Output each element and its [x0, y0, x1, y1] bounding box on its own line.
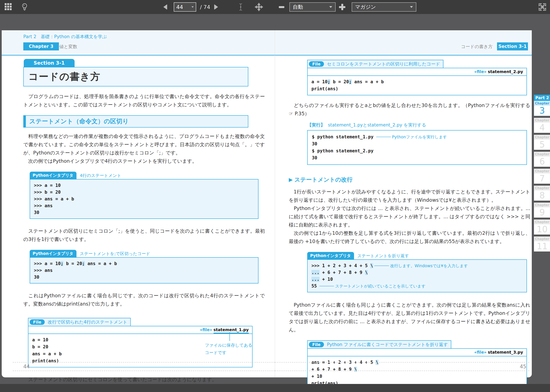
code-line: >>> b = 20 — [34, 189, 254, 196]
chapter-tab-9: Chapter9 — [534, 203, 550, 218]
paragraph: ステートメントの区切りにセミコロン「;」を使うと、同じコードを次のように書くこと… — [23, 227, 265, 244]
callout-connector-line — [230, 332, 230, 341]
pan-tool-icon[interactable] — [254, 0, 264, 14]
chapter-tab-10: Chapter10 — [534, 219, 550, 235]
chevron-down-icon — [410, 6, 413, 8]
zoom-level-select[interactable]: 自動 — [289, 2, 336, 12]
grid-menu-icon[interactable] — [4, 3, 12, 10]
filename: statement_3.py — [488, 350, 523, 355]
page-number-input[interactable]: 44 — [174, 2, 196, 12]
page-number: 45 — [520, 364, 526, 370]
paragraph: これはPythonファイルに書く場合も同じです。次のコードは改行で区切られた4行… — [23, 292, 265, 308]
code-tab-label: Pythonインタプリタ — [30, 172, 77, 180]
chapter-tab-11: Chapter11 — [534, 237, 550, 252]
filename: statement_2.py — [488, 69, 523, 74]
paragraph: 次の例では1から10の整数を足し算する式を3行に折り返して書いています。最初の2… — [289, 229, 530, 245]
file-tag: «file» — [200, 327, 212, 332]
code-line: ... + 10 — [311, 276, 523, 283]
left-page-content: Section 3-1 コードの書き方 プログラムのコードは、処理手順を箇条書き… — [23, 59, 265, 384]
paragraph: 1行が長いステートメントが読みやすくなるように、行を途中で折り返すこともできます… — [289, 188, 530, 204]
code-body: >>> a = 10>>> b = 20>>> ans = a + b>>> a… — [30, 179, 258, 219]
file-code-block-statement1: File 改行で区切られた4行のステートメント «file» statement… — [28, 318, 252, 367]
file-pill-badge: File — [309, 342, 324, 347]
file-caption: セミコロンをステートメントの区切りに利用したコード — [327, 61, 440, 67]
right-page-content: File セミコロンをステートメントの区切りに利用したコード «file» st… — [289, 59, 530, 390]
chapter-tab-6: Chapter6 — [534, 152, 550, 167]
code-line: >>> ans = a + b — [34, 196, 254, 202]
section-tab: Section 3-1 — [24, 59, 75, 67]
zoom-level-value: 自動 — [293, 4, 303, 10]
code-line: ... + 6 + 7 + 8 + 9 \ — [311, 269, 523, 276]
code-line: >>> 1 + 2 + 3 + 4 + 5 \ ────── 改行します。Win… — [311, 262, 523, 269]
filename: statement_1.py — [214, 327, 249, 334]
code-line: 30 — [312, 140, 522, 147]
chapter-tab-7: Chapter7 — [534, 169, 550, 184]
code-line: >>> a = 10 — [34, 182, 254, 189]
view-mode-value: マガジン — [355, 4, 376, 10]
chapter-tab-rail: Part 2 Chapter3Chapter4Chapter5Chapter6C… — [534, 95, 550, 253]
code-body: >>> 1 + 2 + 3 + 4 + 5 \ ────── 改行します。Win… — [307, 259, 527, 292]
lightbulb-icon[interactable] — [21, 0, 28, 14]
text-select-tool-icon[interactable] — [237, 0, 244, 14]
code-line: 55 ────── ステートメントが続いていることを示しています — [311, 283, 523, 289]
file-tag: «file» — [474, 350, 487, 355]
page-title: コードの書き方 — [28, 70, 100, 83]
code-caption: ステートメントを折り返す — [357, 253, 409, 260]
chapter-tab-3: Chapter3 — [534, 101, 550, 116]
file-code-block-statement2: File セミコロンをステートメントの区切りに利用したコード «file» st… — [289, 60, 530, 95]
paragraph: Pythonインタプリタでは次の行には ... と表示され、ステートメントが続い… — [289, 204, 530, 229]
interpreter-code-block-1: Pythonインタプリタ 4行のステートメント >>> a = 10>>> b … — [30, 172, 258, 219]
chapter-tab-5: Chapter5 — [534, 135, 550, 150]
chapter-badge: Chapter 3 — [23, 42, 59, 50]
page-number: 44 — [23, 364, 30, 370]
chapter-tab-8: Chapter8 — [534, 186, 550, 201]
part-breadcrumb: Part 2 基礎：Python の基本構文を学ぶ — [23, 34, 107, 40]
code-line: 30 — [34, 209, 254, 216]
terminal-output-box: $ python statement_1.py ────── Pythonファイ… — [307, 130, 527, 165]
page-seam-divider — [275, 30, 275, 377]
prev-page-button[interactable] — [162, 0, 168, 14]
page-total-label: / 74 — [199, 0, 211, 14]
code-line: >>> ans — [34, 267, 254, 274]
view-mode-select[interactable]: マガジン — [352, 2, 416, 12]
code-line: + 10 — [311, 373, 523, 380]
paragraph: ステートメントの区切りにセミコロンを使って書いたコードは次のようになります。 — [23, 376, 265, 384]
code-line: a = 10; b = 20; ans = a + b — [311, 78, 523, 85]
code-line: $ python statement_2.py — [312, 147, 522, 154]
file-callout-note: ファイルに保存してある コードです — [205, 342, 258, 357]
file-caption: 改行で区切られた4行のステートメント — [48, 319, 127, 325]
interpreter-code-block-2: Pythonインタプリタ ステートメントを;で区切ったコード >>> a = 1… — [30, 250, 258, 284]
zoom-out-button[interactable] — [278, 0, 285, 14]
file-pill-badge: File — [30, 319, 45, 325]
code-caption: 4行のステートメント — [80, 173, 121, 180]
chevron-down-icon — [192, 6, 194, 8]
heading-statement-wrap: ▶ ステートメントの改行 — [289, 176, 530, 183]
paragraph: どちらのファイルも実行するとaとbの値を足し合わせた30を出力します。（Pyth… — [289, 101, 530, 118]
code-body: a = 10; b = 20; ans = a + bprint(ans) — [308, 76, 527, 95]
next-page-button[interactable] — [213, 0, 219, 14]
code-line: $ python statement_1.py ────── Pythonファイ… — [312, 133, 522, 140]
page-spread: Part 2 基礎：Python の基本構文を学ぶ Chapter 3 値と変数… — [2, 30, 532, 377]
file-pill-badge: File — [309, 61, 324, 67]
file-caption: Python ファイルに書くコードでステートメントを折り返す — [327, 342, 448, 348]
code-line: >>> a = 10; b = 20; ans = a + b — [34, 260, 254, 267]
viewer-toolbar: 44 / 74 自動 マガジン — [0, 0, 550, 14]
chapter-tab-4: Chapter4 — [534, 118, 550, 133]
code-line: print(ans) — [311, 85, 523, 92]
code-caption: ステートメントを;で区切ったコード — [80, 251, 150, 258]
paragraph: Pythonファイルに書く場合も同じように書くことができます。次の例では足し算の… — [289, 301, 530, 334]
chevron-down-icon — [329, 6, 332, 8]
triangle-marker-icon: ▶ — [289, 177, 292, 183]
bottom-status-bar — [0, 384, 550, 392]
fullscreen-icon[interactable] — [538, 0, 547, 14]
code-tab-label: Pythonインタプリタ — [30, 250, 77, 258]
right-header-title: コードの書き方 — [461, 44, 493, 49]
code-body: >>> a = 10; b = 20; ans = a + b>>> ans30 — [30, 257, 258, 284]
code-line: 30 — [312, 154, 522, 161]
exec-run-label: 【実行】statement_1.pyとstatement_2.py を実行する — [307, 122, 530, 128]
paragraph: 料理や業務などの一連の作業が複数の命令文で指示されるように、プログラムコードもま… — [23, 132, 265, 157]
code-line: >>> ans — [34, 202, 254, 209]
page-number-value: 44 — [176, 4, 183, 10]
code-tab-label: Pythonインタプリタ — [307, 252, 354, 260]
zoom-in-button[interactable] — [339, 0, 346, 14]
